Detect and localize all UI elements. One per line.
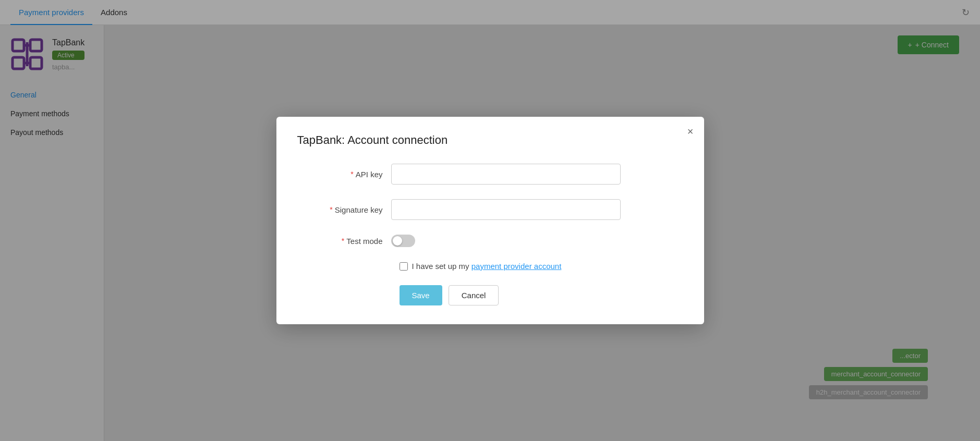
modal-close-button[interactable]: × [687, 126, 694, 137]
modal-overlay: × TapBank: Account connection * API key … [0, 0, 980, 441]
setup-label-prefix: I have set up my [412, 262, 471, 271]
test-mode-label-text: Test mode [346, 237, 382, 246]
test-mode-row: * Test mode [297, 235, 683, 247]
setup-label: I have set up my payment provider accoun… [412, 262, 562, 271]
payment-provider-account-link[interactable]: payment provider account [471, 262, 562, 271]
api-key-row: * API key [297, 164, 683, 185]
signature-key-input[interactable] [391, 199, 621, 220]
cancel-button[interactable]: Cancel [449, 285, 499, 305]
test-mode-label: * Test mode [297, 237, 391, 246]
modal-dialog: × TapBank: Account connection * API key … [276, 117, 704, 324]
signature-key-required-star: * [330, 205, 332, 214]
signature-key-label: * Signature key [297, 205, 391, 214]
api-key-input[interactable] [391, 164, 621, 185]
signature-key-label-text: Signature key [335, 205, 383, 214]
api-key-label: * API key [297, 170, 391, 179]
api-key-label-text: API key [356, 170, 383, 179]
test-mode-toggle[interactable] [391, 235, 415, 247]
test-mode-toggle-wrapper [391, 235, 415, 247]
modal-title: TapBank: Account connection [297, 133, 683, 147]
api-key-required-star: * [350, 170, 353, 178]
test-mode-required-star: * [342, 237, 344, 245]
modal-actions: Save Cancel [297, 285, 683, 305]
setup-checkbox[interactable] [400, 262, 408, 271]
signature-key-row: * Signature key [297, 199, 683, 220]
setup-checkbox-row: I have set up my payment provider accoun… [297, 262, 683, 271]
save-button[interactable]: Save [400, 285, 442, 305]
toggle-slider [391, 235, 415, 247]
